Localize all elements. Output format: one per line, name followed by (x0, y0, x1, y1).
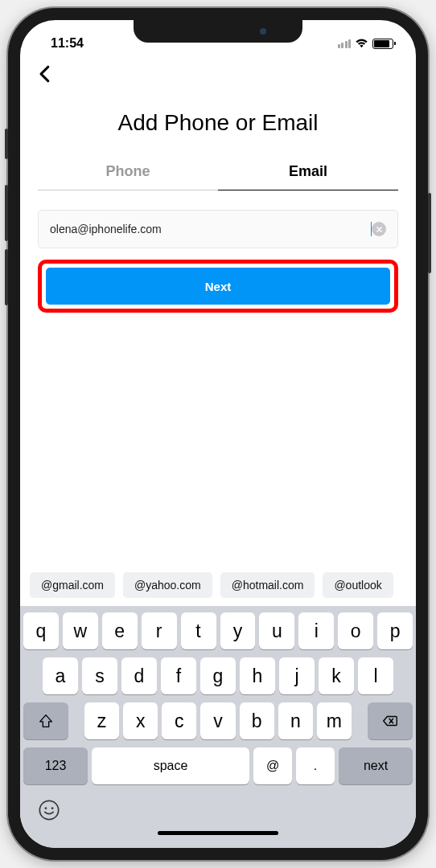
key-e[interactable]: e (102, 612, 138, 649)
numbers-key[interactable]: 123 (23, 747, 88, 784)
key-c[interactable]: c (162, 702, 196, 739)
key-j[interactable]: j (279, 657, 315, 694)
key-i[interactable]: i (298, 612, 334, 649)
key-v[interactable]: v (200, 702, 235, 739)
power-button (428, 193, 431, 273)
suggestion-item[interactable]: @yahoo.com (123, 572, 212, 598)
key-d[interactable]: d (121, 657, 157, 694)
email-input-field[interactable]: olena@iphonelife.com (38, 210, 398, 248)
key-k[interactable]: k (319, 657, 354, 694)
key-h[interactable]: h (240, 657, 275, 694)
key-o[interactable]: o (338, 612, 373, 649)
camera-dot (260, 28, 266, 35)
key-y[interactable]: y (220, 612, 256, 649)
key-r[interactable]: r (142, 612, 177, 649)
cellular-signal-icon (338, 39, 352, 48)
key-a[interactable]: a (43, 657, 78, 694)
status-icons (338, 39, 394, 49)
key-x[interactable]: x (123, 702, 158, 739)
svg-point-0 (39, 800, 58, 819)
keyboard-row-2: a s d f g h j k l (23, 657, 413, 694)
tab-phone[interactable]: Phone (38, 154, 218, 190)
keyboard-row-1: q w e r t y u i o p (23, 612, 413, 649)
page-title: Add Phone or Email (38, 110, 398, 136)
suggestion-item[interactable]: @gmail.com (30, 572, 115, 598)
wifi-icon (355, 39, 368, 49)
back-button[interactable] (33, 62, 57, 86)
key-l[interactable]: l (358, 657, 393, 694)
keyboard-next-key[interactable]: next (339, 747, 413, 784)
key-q[interactable]: q (23, 612, 59, 649)
suggestion-item[interactable]: @hotmail.com (220, 572, 315, 598)
key-z[interactable]: z (84, 702, 119, 739)
key-u[interactable]: u (259, 612, 294, 649)
svg-point-1 (45, 807, 47, 809)
key-m[interactable]: m (317, 702, 352, 739)
email-input-value: olena@iphonelife.com (50, 223, 372, 235)
key-g[interactable]: g (200, 657, 236, 694)
key-t[interactable]: t (181, 612, 216, 649)
tab-email[interactable]: Email (218, 154, 398, 190)
emoji-button[interactable] (38, 799, 60, 821)
screen: 11:54 Add Phone or Email Phone (20, 20, 416, 848)
clear-input-button[interactable] (372, 222, 386, 236)
keyboard-row-4: 123 space @ . next (23, 747, 413, 784)
email-suggestions: @gmail.com @yahoo.com @hotmail.com @outl… (20, 564, 416, 606)
volume-up-button (5, 185, 8, 241)
next-button[interactable]: Next (46, 268, 390, 305)
battery-icon (372, 39, 393, 49)
next-button-highlight: Next (38, 260, 398, 313)
key-f[interactable]: f (161, 657, 196, 694)
space-key[interactable]: space (92, 747, 249, 784)
key-n[interactable]: n (278, 702, 313, 739)
content: Add Phone or Email Phone Email olena@iph… (20, 110, 416, 313)
keyboard-row-3: z x c v b n m (23, 702, 413, 739)
nav-bar (20, 57, 416, 96)
side-button (5, 129, 8, 159)
notch (134, 20, 302, 43)
volume-down-button (5, 249, 8, 305)
suggestion-item[interactable]: @outlook (323, 572, 393, 598)
tabs: Phone Email (38, 154, 398, 190)
keyboard-area: @gmail.com @yahoo.com @hotmail.com @outl… (20, 564, 416, 848)
key-p[interactable]: p (377, 612, 413, 649)
keyboard-bottom (23, 792, 413, 826)
phone-frame: 11:54 Add Phone or Email Phone (8, 8, 428, 860)
key-b[interactable]: b (240, 702, 274, 739)
key-w[interactable]: w (63, 612, 98, 649)
status-time: 11:54 (43, 36, 84, 51)
home-indicator[interactable] (158, 831, 278, 835)
backspace-key[interactable] (368, 702, 413, 739)
at-key[interactable]: @ (253, 747, 292, 784)
svg-point-2 (51, 807, 54, 809)
keyboard: q w e r t y u i o p a s d f g h (20, 606, 416, 848)
dot-key[interactable]: . (296, 747, 335, 784)
shift-key[interactable] (23, 702, 68, 739)
key-s[interactable]: s (82, 657, 117, 694)
